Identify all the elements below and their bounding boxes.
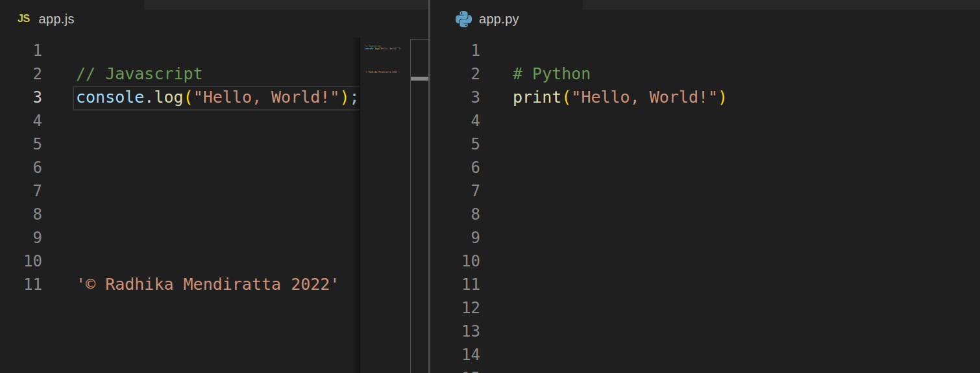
editor-pane-right: app.py 123456789101112131415 # Pythonpri… [430, 0, 980, 373]
vertical-scrollbar[interactable] [410, 39, 428, 373]
line-number[interactable]: 2 [0, 62, 42, 86]
code-token-bracket: ) [718, 88, 728, 107]
line-number[interactable]: 14 [430, 343, 480, 367]
code-line[interactable]: # Python [513, 62, 591, 86]
minimap-shadow [352, 38, 360, 373]
line-number[interactable]: 3 [430, 86, 480, 109]
line-number[interactable]: 13 [430, 320, 480, 343]
minimap-code-line: console.log("Hello, World!"); [365, 44, 410, 47]
code-line[interactable]: console.log("Hello, World!"); [76, 86, 360, 109]
line-number[interactable]: 4 [430, 109, 480, 133]
line-number[interactable]: 7 [430, 179, 480, 203]
overview-ruler-cursor-marker [411, 77, 428, 81]
line-number[interactable]: 10 [430, 250, 480, 273]
code-token-variable: console [76, 88, 144, 107]
code-token-string: "Hello, World!" [193, 88, 340, 107]
code-editor-left[interactable]: 1234567891011 // Javascriptconsole.log("… [0, 0, 360, 373]
code-editor-right[interactable]: 123456789101112131415 # Pythonprint("Hel… [430, 0, 980, 373]
line-number[interactable]: 9 [430, 226, 480, 250]
line-number[interactable]: 2 [430, 62, 480, 86]
code-token-bracket: ( [561, 88, 571, 107]
line-number[interactable]: 9 [0, 226, 42, 250]
minimap[interactable]: // Javascriptconsole.log("Hello, World!"… [365, 0, 410, 373]
code-token-bracket: ( [184, 88, 193, 107]
line-number[interactable]: 1 [0, 39, 42, 62]
line-number[interactable]: 15 [430, 367, 480, 373]
code-token-function: log [154, 88, 183, 107]
code-line[interactable]: print("Hello, World!") [513, 86, 728, 109]
line-number[interactable]: 8 [0, 203, 42, 226]
line-number[interactable]: 7 [0, 179, 42, 203]
line-number[interactable]: 6 [430, 156, 480, 179]
line-number[interactable]: 12 [430, 296, 480, 320]
minimap-code-line: '© Radhika Mendiratta 2022' [365, 67, 410, 70]
code-token-comment: # Python [513, 64, 591, 83]
line-number[interactable]: 3 [0, 86, 42, 109]
code-token-comment: // Javascript [76, 64, 203, 83]
line-number[interactable]: 1 [430, 39, 480, 62]
line-number[interactable]: 4 [0, 109, 42, 133]
line-number[interactable]: 8 [430, 203, 480, 226]
editor-pane-left: JS app.js 1234567891011 // Javascriptcon… [0, 0, 428, 373]
code-token-bracket: ) [339, 88, 349, 107]
code-token-function: print [513, 88, 561, 107]
line-number-gutter-left: 1234567891011 [0, 0, 42, 373]
line-number[interactable]: 11 [430, 273, 480, 296]
line-number[interactable]: 6 [0, 156, 42, 179]
line-number-gutter-right: 123456789101112131415 [430, 0, 480, 373]
code-line[interactable]: // Javascript [76, 62, 203, 86]
code-line[interactable]: '© Radhika Mendiratta 2022' [76, 273, 339, 296]
line-number[interactable]: 5 [0, 133, 42, 156]
code-token-string: "Hello, World!" [571, 88, 718, 107]
line-number[interactable]: 10 [0, 250, 42, 273]
line-number[interactable]: 11 [0, 273, 42, 296]
line-number[interactable]: 5 [430, 133, 480, 156]
code-token-punctuation: . [144, 88, 154, 107]
code-token-string: '© Radhika Mendiratta 2022' [76, 275, 339, 294]
vscode-window: JS app.js 1234567891011 // Javascriptcon… [0, 0, 980, 373]
